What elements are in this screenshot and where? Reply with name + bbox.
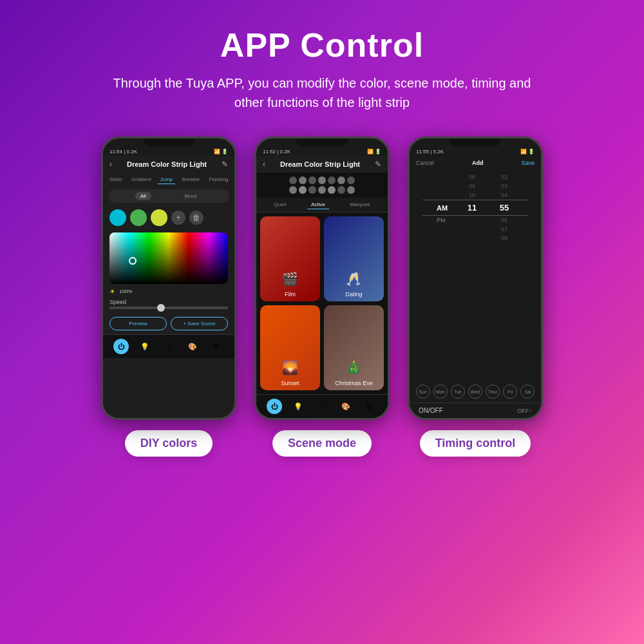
subtab-all[interactable]: All [135,192,151,200]
time-row-1054: 10 54 [422,191,528,200]
phone1-buttons: Preview + Save Scene [103,313,234,334]
phone2: 11:52 | 0.2K 📶 🔋 ‹ Dream Color Strip Lig… [254,137,390,420]
phone3-screen: Cancel Add Save 08 52 09 [410,156,541,418]
phone1-subtabs: All Block [108,189,229,203]
save-button[interactable]: Save [521,160,535,166]
phone3-label: Timing control [435,437,516,450]
phone1-wrapper: 11:54 | 0.2K 📶 🔋 ‹ Dream Color Strip Lig… [101,137,236,457]
brightness-value: 100% [119,289,132,294]
scene-card-film[interactable]: 🎬 Film [260,216,320,301]
onoff-value: OFF [517,408,529,414]
tab-flashing[interactable]: Flashing [206,175,231,184]
tab-marquee[interactable]: Marquee [346,200,374,209]
color-swatch-3[interactable] [151,209,167,226]
christmas-icon: 🎄 [324,352,384,378]
christmas-label: Christmas Eve [324,378,384,390]
add-color-button[interactable]: + [171,211,185,225]
speed-handle[interactable] [157,304,165,312]
time-scroll[interactable]: 08 52 09 53 10 54 [410,173,541,243]
phone1-screen: ‹ Dream Color Strip Light ✎ Static Gradi… [103,156,234,418]
tab-static[interactable]: Static [107,175,125,184]
dating-label: Dating [324,289,384,301]
phone1-bottom-nav: ⏻ 💡 ♪ 🎨 ⊞ [103,334,234,358]
phone2-edit-icon[interactable]: ✎ [375,160,381,169]
onoff-row[interactable]: ON/OFF OFF › [410,402,541,418]
time-row-58: 58 [422,234,528,243]
dating-icon: 🥂 [324,263,384,289]
tab-gradient[interactable]: Gradient [129,175,154,184]
phone2-status: 11:52 | 0.2K 📶 🔋 [256,146,388,156]
page-header: APP Control Through the Tuya APP, you ca… [84,0,560,118]
save-scene-button[interactable]: + Save Scene [171,317,228,330]
day-fri[interactable]: Fri [503,384,517,399]
time-row-0953: 09 53 [422,182,528,191]
day-wed[interactable]: Wed [468,384,482,399]
phone1-notch [143,138,194,146]
phone2-title: Dream Color Strip Light [265,160,375,168]
day-sat[interactable]: Sat [520,384,535,399]
subtab-block[interactable]: Block [180,192,203,200]
color-circles: + 🗑 [103,205,234,230]
color-swatch-2[interactable] [130,209,147,226]
edit-icon[interactable]: ✎ [222,160,228,169]
page-subtitle: Through the Tuya APP, you can modify the… [97,73,547,112]
time-row-pm56: PM 56 [422,216,528,225]
speed-slider[interactable] [109,307,228,309]
nav-color[interactable]: 🎨 [185,339,200,354]
phone2-screen: ‹ Dream Color Strip Light ✎ [256,156,388,418]
brightness-icon: ☀ [109,288,115,295]
time-row-1155-selected: AM 11 55 [422,200,528,216]
film-label: Film [260,289,320,301]
phone2-notch [296,138,348,146]
cancel-button[interactable]: Cancel [416,160,434,166]
scene-card-dating[interactable]: 🥂 Dating [324,216,384,301]
delete-color-button[interactable]: 🗑 [189,211,204,225]
phone1-status: 11:54 | 0.2K 📶 🔋 [103,146,234,156]
color-picker-handle[interactable] [129,257,137,265]
days-row: Sun Mon Tue Wed Thur Fri Sat [410,381,541,402]
brightness-row: ☀ 100% [103,287,234,296]
phone2-nav-color[interactable]: 🎨 [338,399,354,414]
day-thur[interactable]: Thur [486,384,500,399]
phone2-nav-light[interactable]: 💡 [290,399,306,414]
nav-power[interactable]: ⏻ [113,339,129,354]
time-row-0852: 08 52 [422,173,528,182]
onoff-label: ON/OFF [419,407,443,414]
phone1-title-bar: ‹ Dream Color Strip Light ✎ [103,156,234,173]
phone1-tabs: Static Gradient Jump Breathe Flashing [103,173,234,187]
day-tue[interactable]: Tue [451,384,465,399]
phone2-nav-power[interactable]: ⏻ [267,399,282,414]
color-picker[interactable] [109,232,228,284]
scene-tabs: Quiet Active Marquee [256,198,388,213]
sunset-label: Sunset [260,378,320,390]
phone3-status: 11:55 | 5.2K 📶 🔋 [410,146,541,156]
tab-quiet[interactable]: Quiet [270,200,290,209]
day-sun[interactable]: Sun [416,384,430,399]
color-swatch-1[interactable] [109,209,126,226]
tab-active[interactable]: Active [307,200,329,209]
phone3-wrapper: 11:55 | 5.2K 📶 🔋 Cancel Add Save 08 52 [408,137,543,457]
phone2-nav-music[interactable]: ♪ [314,399,330,414]
chevron-right-icon: › [530,408,532,413]
phone2-label: Scene mode [288,437,356,450]
phone1-title: Dream Color Strip Light [112,160,222,168]
phone2-nav-grid[interactable]: ⊞ [362,399,377,414]
time-row-57: 57 [422,225,528,234]
phone1-label-badge: DIY colors [125,430,213,457]
timing-header: Cancel Add Save [410,156,541,170]
nav-music[interactable]: ♪ [161,339,176,354]
sunset-icon: 🌄 [260,352,320,378]
preview-button[interactable]: Preview [109,317,167,330]
tab-breathe[interactable]: Breathe [179,175,202,184]
nav-grid[interactable]: ⊞ [209,339,224,354]
tab-jump[interactable]: Jump [158,175,176,184]
phone2-bottom-nav: ⏻ 💡 ♪ 🎨 ⊞ [256,394,388,418]
day-mon[interactable]: Mon [433,384,448,399]
phone3-label-badge: Timing control [420,430,531,457]
scene-dots [256,173,388,198]
phone1-label: DIY colors [140,437,198,450]
scene-card-sunset[interactable]: 🌄 Sunset [260,305,320,390]
nav-light[interactable]: 💡 [137,339,153,354]
scene-card-christmas[interactable]: 🎄 Christmas Eve [324,305,384,390]
add-label: Add [472,160,484,166]
